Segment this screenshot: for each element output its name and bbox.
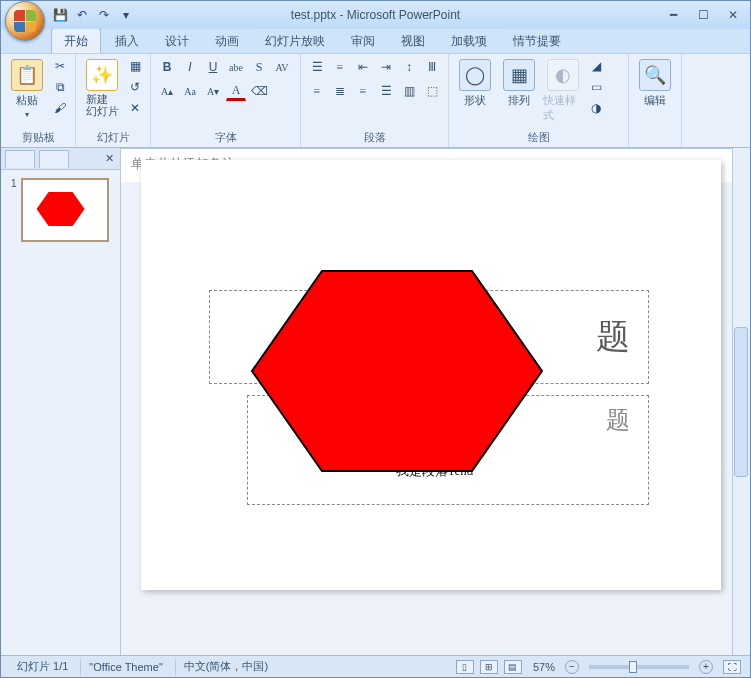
zoom-in-button[interactable]: + <box>699 660 713 674</box>
zoom-out-button[interactable]: − <box>565 660 579 674</box>
qat-dropdown-icon[interactable]: ▾ <box>117 6 135 24</box>
tab-animation[interactable]: 动画 <box>203 29 251 53</box>
maximize-button[interactable]: ☐ <box>692 7 714 23</box>
numbering-button[interactable]: ≡ <box>330 57 350 77</box>
binoculars-icon: 🔍 <box>639 59 671 91</box>
thumb-number: 1 <box>11 178 17 242</box>
copy-icon[interactable]: ⧉ <box>51 78 69 96</box>
save-icon[interactable]: 💾 <box>51 6 69 24</box>
statusbar: 幻灯片 1/1 "Office Theme" 中文(简体，中国) ▯ ⊞ ▤ 5… <box>1 655 750 677</box>
arrange-icon: ▦ <box>503 59 535 91</box>
format-painter-icon[interactable]: 🖌 <box>51 99 69 117</box>
status-theme[interactable]: "Office Theme" <box>80 659 170 675</box>
bold-button[interactable]: B <box>157 57 177 77</box>
slides-tab[interactable] <box>39 150 69 168</box>
quick-access-toolbar: 💾 ↶ ↷ ▾ <box>51 6 135 24</box>
close-button[interactable]: ✕ <box>722 7 744 23</box>
tab-storyboard[interactable]: 情节提要 <box>501 29 573 53</box>
tab-addins[interactable]: 加载项 <box>439 29 499 53</box>
workspace: ✕ 1 题 题 我是文本框 我是段落1end <box>1 148 750 655</box>
office-button[interactable] <box>5 1 45 41</box>
group-slides: ✨ 新建 幻灯片 ▦ ↺ ✕ 幻灯片 <box>76 54 151 147</box>
minimize-button[interactable]: ━ <box>662 7 684 23</box>
reset-icon[interactable]: ↺ <box>126 78 144 96</box>
outline-tab[interactable] <box>5 150 35 168</box>
shape-outline-icon[interactable]: ▭ <box>587 78 605 96</box>
title-text-fragment: 题 <box>596 314 630 360</box>
zoom-slider[interactable] <box>589 665 689 669</box>
tab-view[interactable]: 视图 <box>389 29 437 53</box>
align-right-button[interactable]: ≡ <box>353 81 373 101</box>
shape-fill-icon[interactable]: ◢ <box>587 57 605 75</box>
shapes-button[interactable]: ◯ 形状 <box>455 57 495 108</box>
smartart-button[interactable]: ⬚ <box>422 81 442 101</box>
slide-editor: 题 题 我是文本框 我是段落1end 单击此处添加备注 <box>121 148 750 655</box>
strike-button[interactable]: abe <box>226 57 246 77</box>
status-language[interactable]: 中文(简体，中国) <box>175 659 276 675</box>
status-slide[interactable]: 幻灯片 1/1 <box>9 659 76 675</box>
group-font: B I U abe S AV A▴ Aa A▾ A ⌫ <box>151 54 301 147</box>
titlebar: 💾 ↶ ↷ ▾ test.pptx - Microsoft PowerPoint… <box>1 1 750 29</box>
font-color-button[interactable]: A <box>226 81 246 101</box>
subtitle-text-fragment: 题 <box>606 404 630 436</box>
sorter-view-button[interactable]: ⊞ <box>480 660 498 674</box>
chevron-down-icon: ▾ <box>25 110 29 119</box>
align-left-button[interactable]: ≡ <box>307 81 327 101</box>
align-center-button[interactable]: ≣ <box>330 81 350 101</box>
case-button[interactable]: Aa <box>180 81 200 101</box>
group-clipboard: 📋 粘贴 ▾ ✂ ⧉ 🖌 剪贴板 <box>1 54 76 147</box>
new-slide-icon: ✨ <box>86 59 118 91</box>
ribbon-tabs: 开始 插入 设计 动画 幻灯片放映 审阅 视图 加载项 情节提要 <box>51 29 750 53</box>
grow-font-button[interactable]: A▴ <box>157 81 177 101</box>
justify-button[interactable]: ☰ <box>376 81 396 101</box>
redo-icon[interactable]: ↷ <box>95 6 113 24</box>
svg-marker-0 <box>252 271 542 471</box>
clipboard-icon: 📋 <box>11 59 43 91</box>
line-spacing-button[interactable]: ↕ <box>399 57 419 77</box>
close-pane-icon[interactable]: ✕ <box>105 152 114 165</box>
find-button[interactable]: 🔍 编辑 <box>635 57 675 108</box>
underline-button[interactable]: U <box>203 57 223 77</box>
vertical-scrollbar[interactable] <box>732 148 750 655</box>
normal-view-button[interactable]: ▯ <box>456 660 474 674</box>
slide-thumbnail-1[interactable] <box>21 178 109 242</box>
text-direction-button[interactable]: Ⅲ <box>422 57 442 77</box>
tab-design[interactable]: 设计 <box>153 29 201 53</box>
tab-review[interactable]: 审阅 <box>339 29 387 53</box>
columns-button[interactable]: ▥ <box>399 81 419 101</box>
hexagon-shape[interactable] <box>247 266 547 476</box>
layout-icon[interactable]: ▦ <box>126 57 144 75</box>
charspace-button[interactable]: AV <box>272 57 292 77</box>
shadow-button[interactable]: S <box>249 57 269 77</box>
thumb-hexagon-shape <box>37 192 85 226</box>
slide-canvas[interactable]: 题 题 我是文本框 我是段落1end <box>141 160 721 590</box>
bullets-button[interactable]: ☰ <box>307 57 327 77</box>
paste-button[interactable]: 📋 粘贴 ▾ <box>7 57 47 119</box>
tab-home[interactable]: 开始 <box>51 28 101 53</box>
italic-button[interactable]: I <box>180 57 200 77</box>
tab-insert[interactable]: 插入 <box>103 29 151 53</box>
slideshow-view-button[interactable]: ▤ <box>504 660 522 674</box>
window-title: test.pptx - Microsoft PowerPoint <box>291 8 460 22</box>
group-paragraph: ☰ ≡ ⇤ ⇥ ↕ Ⅲ ≡ ≣ ≡ ☰ ▥ ⬚ <box>301 54 449 147</box>
group-editing: 🔍 编辑 <box>629 54 682 147</box>
fit-window-button[interactable]: ⛶ <box>723 660 741 674</box>
tab-slideshow[interactable]: 幻灯片放映 <box>253 29 337 53</box>
cut-icon[interactable]: ✂ <box>51 57 69 75</box>
indent-inc-button[interactable]: ⇥ <box>376 57 396 77</box>
quick-styles-icon: ◐ <box>547 59 579 91</box>
group-drawing: ◯ 形状 ▦ 排列 ◐ 快速样式 ◢ ▭ ◑ 绘图 <box>449 54 629 147</box>
clear-format-button[interactable]: ⌫ <box>249 81 269 101</box>
indent-dec-button[interactable]: ⇤ <box>353 57 373 77</box>
arrange-button[interactable]: ▦ 排列 <box>499 57 539 108</box>
shape-effects-icon[interactable]: ◑ <box>587 99 605 117</box>
new-slide-button[interactable]: ✨ 新建 幻灯片 <box>82 57 122 117</box>
zoom-level[interactable]: 57% <box>533 661 555 673</box>
quick-styles-button[interactable]: ◐ 快速样式 <box>543 57 583 123</box>
slides-pane: ✕ 1 <box>1 148 121 655</box>
delete-slide-icon[interactable]: ✕ <box>126 99 144 117</box>
undo-icon[interactable]: ↶ <box>73 6 91 24</box>
shrink-font-button[interactable]: A▾ <box>203 81 223 101</box>
shapes-icon: ◯ <box>459 59 491 91</box>
scrollbar-thumb[interactable] <box>734 327 748 477</box>
